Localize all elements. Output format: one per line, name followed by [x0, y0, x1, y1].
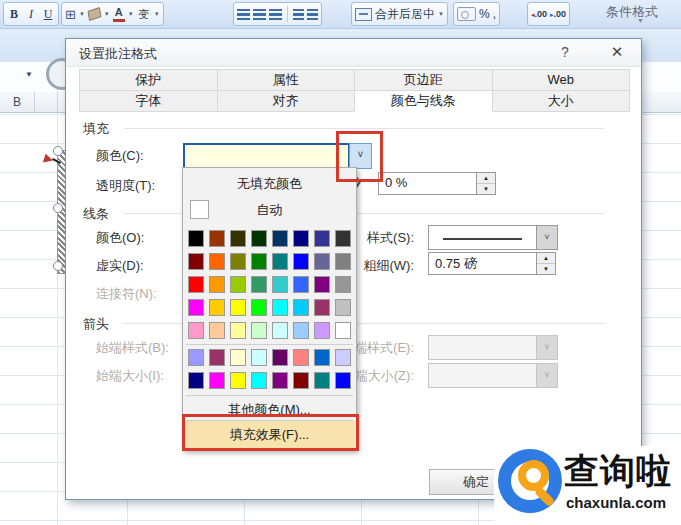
color-swatch[interactable] [293, 372, 309, 389]
color-swatch[interactable] [251, 276, 267, 293]
color-swatch[interactable] [335, 276, 351, 293]
color-swatch[interactable] [209, 276, 225, 293]
color-swatch[interactable] [188, 276, 204, 293]
color-swatch[interactable] [230, 276, 246, 293]
color-swatch[interactable] [251, 322, 267, 339]
bold-button[interactable]: B [7, 4, 21, 24]
selection-handle[interactable] [53, 261, 63, 271]
tab-margins[interactable]: 页边距 [354, 69, 493, 91]
color-swatch[interactable] [251, 253, 267, 270]
color-swatch[interactable] [209, 253, 225, 270]
align-center-icon[interactable] [253, 9, 266, 20]
line-weight-spinbox[interactable]: 0.75 磅 ▲▼ [428, 252, 556, 275]
dialog-help-button[interactable]: ? [555, 44, 575, 60]
increase-decimal-button[interactable]: .00 [531, 9, 547, 19]
color-swatch[interactable] [335, 322, 351, 339]
underline-button[interactable]: U [41, 4, 55, 24]
color-swatch[interactable] [335, 372, 351, 389]
align-left-icon[interactable] [237, 9, 250, 20]
color-swatch[interactable] [230, 230, 246, 247]
color-swatch[interactable] [293, 253, 309, 270]
color-swatch[interactable] [314, 372, 330, 389]
font-color-dropdown-icon[interactable]: ▼ [128, 11, 134, 17]
color-swatch[interactable] [209, 230, 225, 247]
color-swatch[interactable] [335, 349, 351, 366]
color-swatch[interactable] [293, 230, 309, 247]
automatic-item[interactable]: 自动 [184, 197, 355, 222]
font-color-button[interactable]: A [113, 7, 125, 22]
color-swatch[interactable] [335, 253, 351, 270]
color-swatch[interactable] [272, 299, 288, 316]
tab-web[interactable]: Web [492, 69, 631, 91]
transparency-spinbox[interactable]: 0 % ▲▼ [378, 172, 496, 195]
dropdown-arrow-icon[interactable]: ˅ [536, 226, 557, 249]
selection-handle[interactable] [53, 203, 63, 213]
color-swatch[interactable] [230, 349, 246, 366]
color-swatch[interactable] [314, 322, 330, 339]
line-style-dropdown[interactable]: ˅ [428, 225, 558, 250]
color-swatch[interactable] [314, 276, 330, 293]
color-swatch[interactable] [251, 349, 267, 366]
color-swatch[interactable] [272, 276, 288, 293]
color-swatch[interactable] [314, 230, 330, 247]
tab-size[interactable]: 大小 [492, 90, 631, 112]
color-swatch[interactable] [188, 230, 204, 247]
color-swatch[interactable] [314, 349, 330, 366]
tab-protection[interactable]: 保护 [79, 69, 218, 91]
conditional-format-dropdown-icon[interactable]: ▼ [637, 17, 644, 24]
tab-colors-lines[interactable]: 颜色与线条 [354, 90, 493, 112]
percent-style-button[interactable]: % [479, 7, 490, 21]
fill-color-dropdown-icon[interactable]: ▼ [104, 11, 110, 17]
italic-button[interactable]: I [24, 4, 38, 24]
borders-dropdown-icon[interactable]: ▼ [79, 11, 85, 17]
color-swatch[interactable] [251, 230, 267, 247]
tab-alignment[interactable]: 对齐 [217, 90, 356, 112]
spinner-buttons[interactable]: ▲▼ [537, 252, 556, 275]
color-swatch[interactable] [272, 253, 288, 270]
color-swatch[interactable] [188, 253, 204, 270]
color-swatch[interactable] [230, 299, 246, 316]
color-swatch[interactable] [293, 349, 309, 366]
color-swatch[interactable] [293, 322, 309, 339]
color-swatch[interactable] [314, 253, 330, 270]
no-fill-item[interactable]: 无填充颜色 [184, 171, 355, 196]
color-swatch[interactable] [188, 322, 204, 339]
phonetic-dropdown-icon[interactable]: ▼ [154, 11, 160, 17]
conditional-format-button[interactable]: 条件格式 [606, 3, 658, 21]
transparency-value[interactable]: 0 % [378, 172, 477, 195]
decrease-indent-icon[interactable] [293, 9, 304, 20]
color-swatch[interactable] [188, 349, 204, 366]
column-header-cell[interactable] [34, 92, 58, 112]
column-header-b[interactable]: B [0, 92, 35, 112]
color-swatch[interactable] [335, 230, 351, 247]
color-swatch[interactable] [293, 276, 309, 293]
merge-center-button[interactable]: 合并后居中 [375, 6, 435, 23]
name-box-dropdown-icon[interactable]: ▼ [25, 70, 33, 79]
borders-icon[interactable]: ⊞ [65, 7, 76, 22]
color-swatch[interactable] [335, 299, 351, 316]
color-swatch[interactable] [209, 299, 225, 316]
color-swatch[interactable] [272, 322, 288, 339]
tab-properties[interactable]: 属性 [217, 69, 356, 91]
color-swatch[interactable] [314, 299, 330, 316]
color-swatch[interactable] [251, 299, 267, 316]
color-swatch[interactable] [293, 299, 309, 316]
color-swatch[interactable] [188, 299, 204, 316]
fill-color-icon[interactable] [87, 7, 101, 21]
line-weight-value[interactable]: 0.75 磅 [428, 252, 537, 275]
color-swatch[interactable] [230, 253, 246, 270]
color-swatch[interactable] [188, 372, 204, 389]
tab-font[interactable]: 字体 [79, 90, 218, 112]
color-swatch[interactable] [272, 349, 288, 366]
selection-handle[interactable] [53, 146, 63, 156]
merge-center-dropdown-icon[interactable]: ▼ [438, 11, 444, 17]
color-swatch[interactable] [272, 372, 288, 389]
color-swatch[interactable] [209, 322, 225, 339]
color-swatch[interactable] [209, 349, 225, 366]
color-swatch[interactable] [272, 230, 288, 247]
color-swatch[interactable] [251, 372, 267, 389]
color-swatch[interactable] [230, 372, 246, 389]
phonetic-guide-button[interactable]: 变 [137, 4, 151, 24]
dialog-close-button[interactable]: ✕ [606, 43, 628, 61]
decrease-decimal-button[interactable]: .00 [550, 9, 566, 19]
